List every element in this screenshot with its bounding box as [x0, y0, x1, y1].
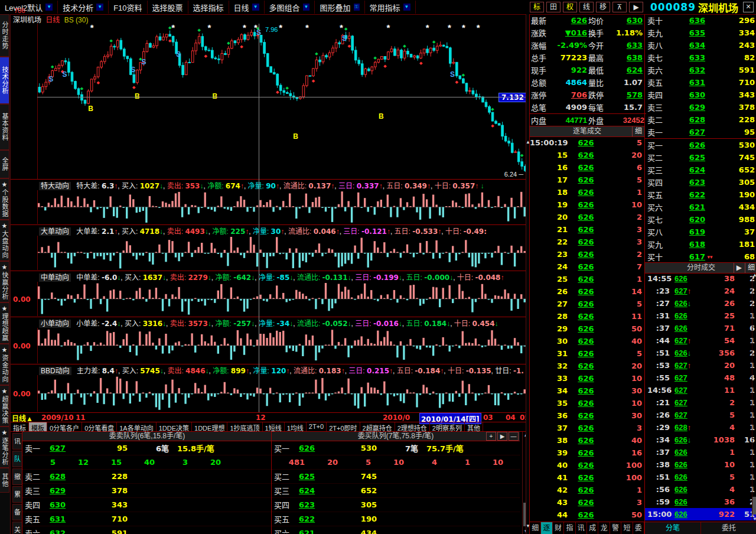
sidebar-item-10[interactable]: ★超赢决策 — [0, 385, 9, 426]
template-tab-3[interactable]: 0分笔各户 — [47, 422, 82, 432]
tick-row[interactable]: 376263 — [530, 422, 644, 434]
trade-view-tab-1[interactable]: 分笔 — [645, 522, 701, 534]
candlestick-chart[interactable]: ◆◆◆◆◆◆◆◆◆◆◆◆◆◆◆◆◆◆◆◆◆◆◆◆◆◆◆◆◆◆**********… — [11, 24, 530, 180]
bottom-tab-6[interactable]: 成 — [587, 522, 598, 534]
minute-trade-row[interactable]: :55627484 — [645, 372, 756, 384]
queue-row[interactable]: 卖六632591 — [22, 526, 272, 534]
minute-trade-row[interactable]: :51626↓3562 — [645, 347, 756, 359]
tick-row[interactable]: 246267 — [530, 261, 644, 273]
sidebar-item-1[interactable]: 分时走势 — [0, 14, 9, 57]
trade-view-tab-2[interactable]: 委托 — [701, 522, 756, 534]
tick-row[interactable]: 216263 — [530, 223, 644, 236]
minute-trade-row[interactable]: :2662751 — [645, 409, 756, 421]
sidebar-item-11[interactable]: ★逐笔分析 — [0, 426, 9, 468]
tick-row[interactable]: 176265 — [530, 174, 644, 186]
sell-level-row[interactable]: 卖二628228 — [645, 113, 756, 126]
queue-header-button-1[interactable]: + — [486, 432, 496, 441]
tick-row[interactable]: 206262 — [530, 211, 644, 223]
minute-trade-row[interactable]: :2162721 — [645, 396, 756, 409]
template-tab-12[interactable]: 2T+0即时 — [327, 422, 360, 432]
template-tab-8[interactable]: 1抄底逃顶 — [227, 422, 262, 432]
queue-side-tab-5[interactable]: 备 — [12, 504, 22, 520]
tick-row[interactable]: 166266 — [530, 161, 644, 174]
buy-level-row[interactable]: 买十617▾▾68 — [645, 250, 756, 263]
sidebar-item-4[interactable]: 全屏 — [0, 150, 9, 178]
menu-item-2[interactable]: 技术分析▼ — [58, 1, 109, 14]
sell-level-row[interactable]: 卖八634243 — [645, 39, 756, 51]
minute-trade-row[interactable]: :5162651 — [645, 471, 756, 483]
tick-row[interactable]: 316265 — [530, 347, 644, 360]
menu-item-1[interactable]: Level2默认▼ — [0, 1, 58, 14]
toolbar-button-2[interactable]: 田 — [546, 2, 561, 12]
tick-row[interactable]: 4462650 — [530, 509, 644, 521]
template-tab-15[interactable]: 2明察系列 — [430, 422, 465, 432]
tick-row[interactable]: 276265 — [530, 298, 644, 310]
tick-row[interactable]: 2662614 — [530, 285, 644, 298]
minute-trade-row[interactable]: 15:0062692251 — [645, 508, 756, 520]
toolbar-button-5[interactable]: 移 — [596, 2, 610, 12]
minute-trade-row[interactable]: :27626↓262 — [645, 297, 756, 310]
buy-level-row[interactable]: 买九618181 — [645, 238, 756, 250]
template-tab-16[interactable]: 其他 — [465, 422, 483, 432]
minute-trade-row[interactable]: 14:56627111 — [645, 384, 756, 396]
template-tab-10[interactable]: 1均线 — [285, 422, 307, 432]
template-tab-1[interactable]: 指标 — [11, 422, 29, 432]
tick-row[interactable]: 436263 — [530, 496, 644, 509]
tick-row[interactable]: 3562610 — [530, 397, 644, 409]
buy-level-row[interactable]: 买五622190 — [645, 188, 756, 201]
bottom-tab-9[interactable]: 短 — [621, 522, 633, 534]
sidebar-item-3[interactable]: 基本资料 — [0, 104, 9, 150]
minute-trade-row[interactable]: :59626362 — [645, 496, 756, 508]
scroll-down-icon[interactable]: ▼ — [752, 516, 756, 522]
minute-trade-row[interactable]: :29628↑41 — [645, 421, 756, 434]
template-tab-2[interactable]: 模板 — [29, 422, 47, 432]
tick-row[interactable]: 41626100 — [530, 471, 644, 484]
buy-level-row[interactable]: 买二625745 — [645, 151, 756, 164]
tick-row[interactable]: 15:00:196265 — [530, 136, 644, 149]
template-tab-13[interactable]: 2超赢持仓 — [360, 422, 395, 432]
queue-row[interactable]: 买四623305 — [272, 498, 520, 512]
close-icon[interactable]: ✕ — [743, 2, 754, 12]
tick-row[interactable]: 186261 — [530, 186, 644, 198]
tick-row[interactable]: 226263 — [530, 236, 644, 248]
minute-trade-row[interactable]: :44627↑541 — [645, 334, 756, 347]
menu-item-4[interactable]: 选择股票 — [148, 1, 188, 14]
tick-row[interactable]: 3662630 — [530, 409, 644, 422]
sell-level-row[interactable]: 卖五631710 — [645, 76, 756, 89]
toolbar-button-1[interactable]: 标 — [530, 2, 544, 12]
minute-trade-row[interactable]: :53627↑201 — [645, 359, 756, 372]
scroll-up-icon[interactable]: ▲ — [752, 272, 756, 278]
queue-row[interactable]: 买一6265307笔75.7手/笔 — [272, 441, 520, 455]
toolbar-button-7[interactable]: ▶ — [629, 2, 643, 12]
buy-level-row[interactable]: 买四623305 — [645, 176, 756, 188]
toolbar-button-4[interactable]: 线 — [579, 2, 594, 12]
queue-header-button-3[interactable]: — — [509, 432, 519, 441]
queue-side-tab-2[interactable]: 队 — [12, 451, 22, 467]
sidebar-item-2[interactable]: 技术分析 — [0, 57, 9, 104]
tick-row[interactable]: 3862640 — [530, 434, 644, 447]
sell-level-row[interactable]: 卖六632591 — [645, 64, 756, 76]
tick-row[interactable]: 3462630 — [530, 385, 644, 397]
queue-row[interactable]: 买五622190 — [272, 512, 520, 526]
minute-trade-row[interactable]: :34626↓103816 — [645, 434, 756, 446]
buy-level-row[interactable]: 买八61937 — [645, 226, 756, 238]
queue-side-tab-3[interactable]: 撤 — [12, 468, 22, 485]
tick-detail-button[interactable]: 细 — [632, 126, 644, 136]
sell-level-row[interactable]: 卖三629378 — [645, 101, 756, 113]
tick-row[interactable]: 236262 — [530, 248, 644, 261]
tick-row[interactable]: 3362610 — [530, 372, 644, 385]
minute-detail-button[interactable]: 细 — [745, 263, 756, 273]
minute-trade-row[interactable]: :23627↑242 — [645, 285, 756, 297]
sidebar-item-5[interactable]: ★个股数据 — [0, 178, 9, 220]
queue-row[interactable]: 卖三629378 — [22, 484, 272, 498]
minute-trade-row[interactable]: :31626251 — [645, 310, 756, 322]
queue-side-tab-4[interactable]: 累 — [12, 486, 22, 503]
bottom-tab-1[interactable]: 细 — [530, 522, 541, 534]
menu-item-3[interactable]: F10资料 — [109, 1, 147, 14]
tick-row[interactable]: 3262620 — [530, 360, 644, 372]
menu-item-6[interactable]: 日线▼ — [229, 1, 265, 14]
template-tab-5[interactable]: 1A各单动向 — [117, 422, 156, 432]
bottom-tab-4[interactable]: 指 — [564, 522, 575, 534]
menu-item-5[interactable]: 选择指标 — [188, 1, 229, 14]
template-tab-7[interactable]: 1DDE理想 — [192, 422, 227, 432]
